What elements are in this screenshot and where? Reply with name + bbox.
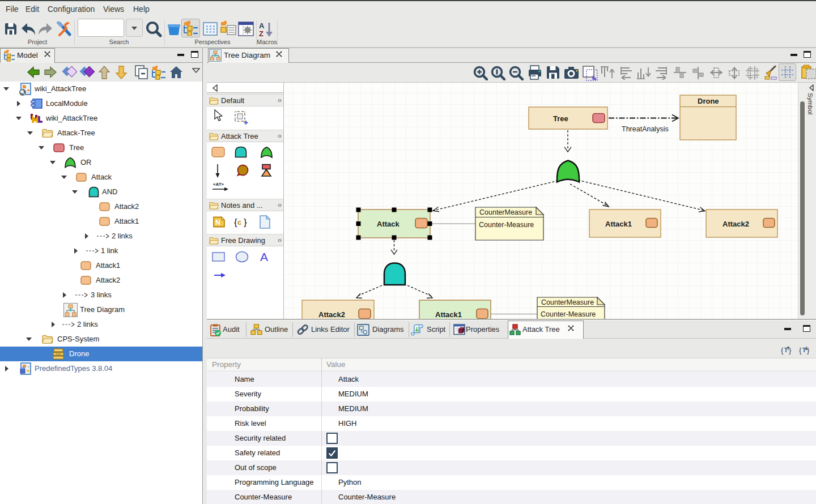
svg-text:Attack1: Attack1: [605, 220, 632, 228]
svg-text:Attack2: Attack2: [722, 220, 749, 228]
svg-text:T: T: [802, 347, 806, 353]
svg-text:Attack2: Attack2: [318, 310, 345, 319]
svg-text:{: {: [799, 346, 802, 354]
svg-text:N: N: [215, 219, 220, 227]
svg-text:A: A: [259, 22, 265, 30]
svg-text:}: }: [807, 346, 810, 354]
svg-text:Tree: Tree: [553, 114, 568, 123]
svg-text:Z: Z: [259, 29, 264, 37]
svg-text:ThreatAnalysis: ThreatAnalysis: [622, 125, 669, 133]
svg-text:Attack1: Attack1: [435, 310, 462, 319]
svg-text:}: }: [244, 217, 247, 228]
svg-text:{: {: [781, 346, 784, 354]
svg-text:«AT»: «AT»: [213, 182, 224, 187]
svg-text:Counter-Measure: Counter-Measure: [479, 221, 534, 229]
svg-text:CounterMeasure: CounterMeasure: [479, 208, 532, 216]
svg-text:Attack: Attack: [377, 220, 400, 228]
svg-text:c: c: [237, 218, 241, 227]
svg-text:Drone: Drone: [698, 97, 719, 105]
svg-text:Counter-Measure: Counter-Measure: [541, 310, 596, 318]
svg-text:CounterMeasure: CounterMeasure: [541, 298, 594, 306]
